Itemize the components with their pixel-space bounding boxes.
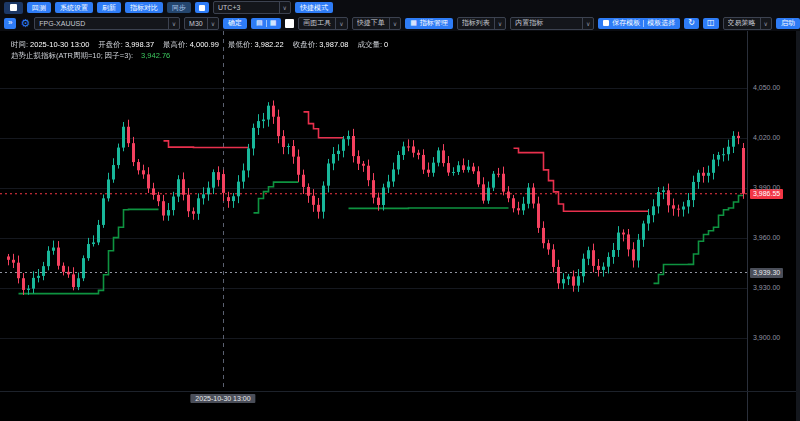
- toolbar-row-2: » ⚙ FPG-XAUUSD ∨ M30 ∨ 确定 ▤ ▦ 画图工具 ∨ 快捷下…: [0, 15, 800, 31]
- timezone-value: UTC+3: [218, 4, 275, 11]
- info-field: 开盘价:3,998.37: [98, 40, 154, 50]
- backtest-button[interactable]: 回测: [27, 2, 51, 13]
- symbol-value: FPG-XAUUSD: [39, 20, 163, 27]
- price-tick-label: 3,990.00: [753, 184, 780, 191]
- system-settings-button[interactable]: 系统设置: [55, 2, 93, 13]
- strategy-label: 交易策略: [728, 18, 756, 28]
- chart-type-split-button[interactable]: ▤ ▦: [251, 18, 281, 29]
- candlestick-chart-canvas[interactable]: [0, 31, 748, 391]
- toolbar-row-1: 回测 系统设置 刷新 指标对比 同步 UTC+3 ∨ 快捷模式: [0, 0, 800, 15]
- candle-icon: ▤: [256, 18, 263, 28]
- draw-tools-label: 画图工具: [303, 18, 331, 28]
- info-field: 最高价:4,000.99: [163, 40, 219, 50]
- indicator-list-select[interactable]: 指标列表 ∨: [457, 17, 506, 30]
- info-field: 时间:2025-10-30 13:00: [11, 40, 89, 50]
- chevron-down-icon: ∨: [760, 18, 771, 29]
- gear-icon[interactable]: ⚙: [20, 18, 30, 29]
- launch-button[interactable]: 启动: [776, 18, 800, 29]
- refresh-button[interactable]: 刷新: [97, 2, 121, 13]
- template-group-button[interactable]: 保存模板 模板选择: [598, 18, 680, 29]
- chevron-down-icon: ∨: [494, 18, 505, 29]
- price-tick-label: 3,900.00: [753, 334, 780, 341]
- app-logo-icon: [10, 4, 17, 11]
- chevron-down-icon: ∨: [207, 18, 218, 29]
- chevron-down-icon: ∨: [389, 18, 400, 29]
- reload-button[interactable]: ↻: [684, 18, 699, 29]
- info-field: 成交量:0: [358, 40, 389, 50]
- chevron-down-icon: ∨: [279, 2, 290, 13]
- stop-level-badge: 3,939.30: [750, 268, 783, 278]
- layout-window-button[interactable]: ◫: [703, 18, 719, 29]
- template-select-label: 模板选择: [647, 18, 675, 28]
- period-select[interactable]: M30 ∨: [184, 17, 219, 30]
- price-axis[interactable]: 3,986.55 3,939.30 4,050.004,020.003,990.…: [747, 31, 800, 421]
- grid-icon: ▦: [410, 18, 417, 28]
- timezone-select[interactable]: UTC+3 ∨: [213, 1, 291, 14]
- price-tick-label: 4,020.00: [753, 134, 780, 141]
- indicator-label: 趋势止损指标(ATR周期=10; 因子=3):: [11, 51, 133, 60]
- indicator-manage-button[interactable]: ▦ 指标管理: [405, 18, 453, 29]
- strategy-select[interactable]: 交易策略 ∨: [723, 17, 772, 30]
- ohlc-info-bar: 时间:2025-10-30 13:00开盘价:3,998.37最高价:4,000…: [11, 40, 388, 50]
- white-square-icon: [603, 20, 609, 26]
- period-value: M30: [189, 20, 203, 27]
- indicator-value: 3,942.76: [141, 51, 170, 60]
- app-logo-button[interactable]: [4, 2, 23, 14]
- draw-tools-select[interactable]: 画图工具 ∨: [298, 17, 347, 30]
- price-tick-label: 3,960.00: [753, 234, 780, 241]
- indicator-manage-label: 指标管理: [420, 18, 448, 28]
- crosshair-time-badge: 2025-10-30 13:00: [190, 394, 255, 403]
- time-axis-divider: [0, 391, 800, 392]
- info-field: 收盘价:3,987.08: [293, 40, 349, 50]
- overlay-checkbox[interactable]: [285, 19, 294, 28]
- button-divider: [643, 20, 644, 27]
- toolbar: 回测 系统设置 刷新 指标对比 同步 UTC+3 ∨ 快捷模式 » ⚙ FPG-…: [0, 0, 800, 31]
- calendar-icon: ▦: [270, 18, 277, 28]
- vertical-scrollbar[interactable]: [796, 31, 800, 421]
- chevron-down-icon: ∨: [582, 18, 593, 29]
- chart-style-toggle-button[interactable]: [195, 2, 209, 13]
- quick-mode-button[interactable]: 快捷模式: [295, 2, 333, 13]
- info-field: 最低价:3,982.22: [228, 40, 284, 50]
- builtin-indicator-label: 内置指标: [515, 18, 578, 28]
- confirm-button[interactable]: 确定: [223, 18, 247, 29]
- price-tick-label: 3,930.00: [753, 284, 780, 291]
- expand-panel-button[interactable]: »: [4, 18, 16, 29]
- quick-order-select[interactable]: 快捷下单 ∨: [352, 17, 401, 30]
- indicator-info-bar: 趋势止损指标(ATR周期=10; 因子=3): 3,942.76: [11, 51, 170, 61]
- indicator-compare-button[interactable]: 指标对比: [125, 2, 163, 13]
- price-tick-label: 4,050.00: [753, 84, 780, 91]
- indicator-list-label: 指标列表: [462, 18, 490, 28]
- white-square-icon: [199, 5, 205, 11]
- sync-button[interactable]: 同步: [167, 2, 191, 13]
- button-divider: [266, 20, 267, 27]
- chevron-down-icon: ∨: [335, 18, 346, 29]
- save-template-label: 保存模板: [612, 18, 640, 28]
- symbol-select[interactable]: FPG-XAUUSD ∨: [34, 17, 180, 30]
- chevron-down-icon: ∨: [168, 18, 179, 29]
- quick-order-label: 快捷下单: [357, 18, 385, 28]
- builtin-indicator-select[interactable]: 内置指标 ∨: [510, 17, 594, 30]
